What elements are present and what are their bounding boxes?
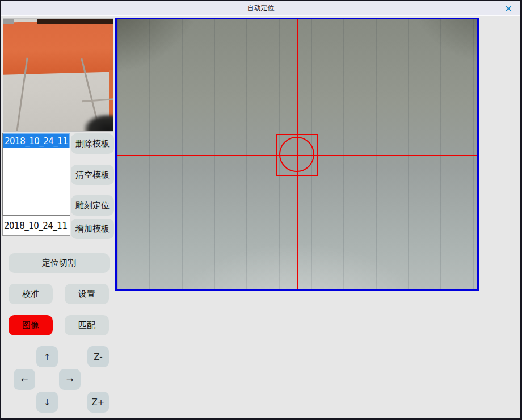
engrave-position-button[interactable]: 雕刻定位 <box>71 195 114 216</box>
add-template-button[interactable]: 增加模板 <box>71 219 114 239</box>
camera-live-image <box>117 19 477 289</box>
template-preview-image <box>3 18 113 132</box>
dialog-content: 2018_10_24_11 删除模板 清空模板 雕刻定位 增加模板 定位切割 校… <box>2 18 520 418</box>
camera-view[interactable] <box>115 18 479 291</box>
template-list-item[interactable]: 2018_10_24_11 <box>3 133 70 148</box>
preview-dark-object <box>84 114 113 132</box>
jog-down-button[interactable]: ↓ <box>36 392 58 413</box>
jog-up-button[interactable]: ↑ <box>36 346 58 367</box>
dialog-title: 自动定位 <box>247 3 275 13</box>
calibrate-button[interactable]: 校准 <box>9 284 53 304</box>
auto-position-dialog: 自动定位 ✕ 2018_10_24_11 删除模板 清空模板 雕刻定位 增加模板… <box>0 0 522 420</box>
preview-gray-corner <box>3 19 14 24</box>
target-circle-overlay <box>279 137 314 172</box>
template-name-input[interactable] <box>2 216 70 236</box>
preview-dark-strip <box>37 19 113 24</box>
preview-orange-beam <box>3 19 113 75</box>
clear-templates-button[interactable]: 清空模板 <box>71 165 114 185</box>
jog-right-button[interactable]: → <box>59 369 81 390</box>
image-button[interactable]: 图像 <box>9 315 53 335</box>
match-button[interactable]: 匹配 <box>65 315 109 335</box>
titlebar: 自动定位 ✕ <box>1 1 520 16</box>
template-list[interactable]: 2018_10_24_11 <box>2 133 70 216</box>
jog-z-minus-button[interactable]: Z- <box>87 346 109 367</box>
settings-button[interactable]: 设置 <box>65 284 109 304</box>
position-cut-button[interactable]: 定位切割 <box>9 253 110 273</box>
jog-z-plus-button[interactable]: Z+ <box>87 392 109 413</box>
close-icon[interactable]: ✕ <box>502 3 515 14</box>
delete-template-button[interactable]: 删除模板 <box>71 133 114 154</box>
jog-left-button[interactable]: ← <box>14 369 35 390</box>
preview-orange-edge <box>109 70 113 120</box>
